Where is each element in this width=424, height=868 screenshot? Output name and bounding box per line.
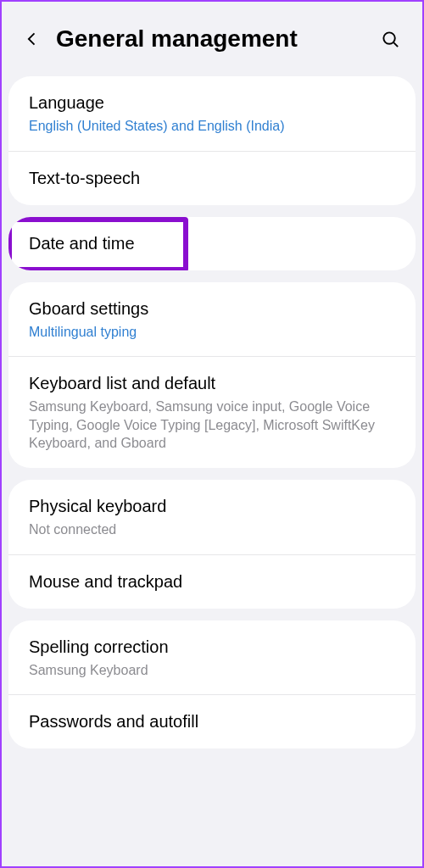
- settings-row[interactable]: LanguageEnglish (United States) and Engl…: [8, 76, 416, 151]
- row-subtitle: English (United States) and English (Ind…: [29, 117, 395, 136]
- settings-row[interactable]: Spelling correctionSamsung Keyboard: [8, 620, 416, 695]
- svg-point-0: [383, 32, 394, 43]
- settings-row[interactable]: Keyboard list and defaultSamsung Keyboar…: [8, 356, 416, 468]
- page-title: General management: [56, 25, 377, 53]
- row-title: Passwords and autofill: [29, 710, 395, 733]
- row-title: Keyboard list and default: [29, 372, 395, 395]
- settings-group: Date and time: [8, 217, 416, 270]
- settings-row[interactable]: Gboard settingsMultilingual typing: [8, 282, 416, 357]
- search-icon: [381, 30, 400, 49]
- settings-row[interactable]: Date and time: [8, 217, 416, 270]
- settings-group: Spelling correctionSamsung KeyboardPassw…: [8, 620, 416, 749]
- row-title: Mouse and trackpad: [29, 570, 395, 593]
- row-subtitle: Samsung Keyboard, Samsung voice input, G…: [29, 398, 395, 453]
- chevron-left-icon: [24, 31, 41, 47]
- back-button[interactable]: [20, 27, 44, 51]
- row-title: Physical keyboard: [29, 495, 395, 518]
- header: General management: [8, 8, 416, 76]
- row-subtitle: Not connected: [29, 520, 395, 539]
- search-button[interactable]: [377, 25, 404, 53]
- row-title: Gboard settings: [29, 298, 395, 320]
- svg-line-1: [393, 42, 398, 47]
- settings-group: Gboard settingsMultilingual typingKeyboa…: [8, 282, 416, 468]
- settings-group: Physical keyboardNot connectedMouse and …: [8, 480, 416, 609]
- settings-row[interactable]: Physical keyboardNot connected: [8, 480, 416, 554]
- row-subtitle: Samsung Keyboard: [29, 661, 395, 680]
- settings-group: LanguageEnglish (United States) and Engl…: [8, 76, 416, 205]
- settings-row[interactable]: Passwords and autofill: [8, 694, 416, 748]
- row-title: Spelling correction: [29, 636, 395, 659]
- row-title: Date and time: [29, 232, 395, 255]
- settings-row[interactable]: Text-to-speech: [8, 151, 416, 205]
- settings-screen: General management LanguageEnglish (Unit…: [8, 8, 416, 860]
- row-subtitle: Multilingual typing: [29, 323, 395, 342]
- settings-row[interactable]: Mouse and trackpad: [8, 554, 416, 609]
- row-title: Text-to-speech: [29, 167, 395, 190]
- row-title: Language: [29, 92, 395, 114]
